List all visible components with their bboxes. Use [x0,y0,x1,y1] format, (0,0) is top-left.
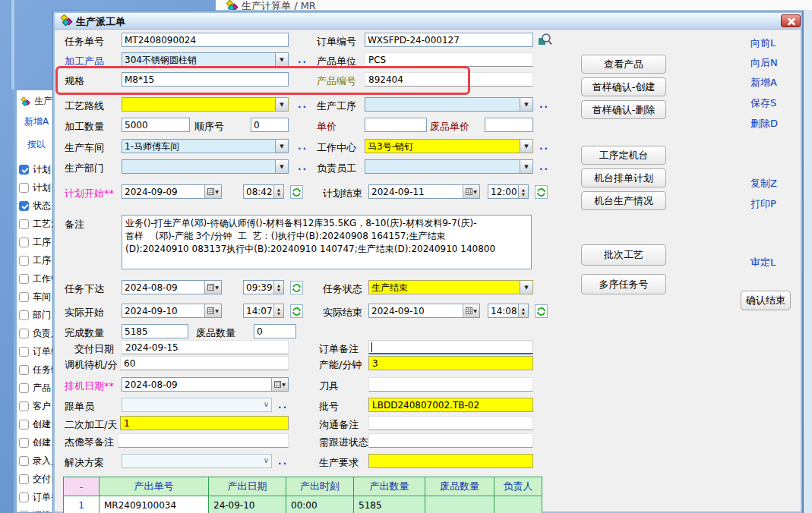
panel-filter-link[interactable]: 按以 [27,138,46,151]
refresh-icon[interactable] [290,281,303,294]
table-cell[interactable] [494,496,542,513]
dept-select[interactable]: ▼ [122,159,289,174]
batch-no-field[interactable]: LBDD240807002.TB-02 [368,398,533,412]
product-code-field[interactable]: 892404 [365,72,533,87]
filter-item[interactable]: 计划日 [19,181,53,194]
filter-item[interactable]: 部门 [19,309,51,322]
actual-end-date[interactable]: 2024-09-10▼ [368,304,480,318]
filter-item[interactable]: 工序日 [19,254,53,267]
filter-item[interactable]: 交付日 [19,473,53,486]
filter-item[interactable]: 创建日 [19,436,53,449]
checkbox-icon[interactable] [19,274,29,284]
task-no-input[interactable]: MT2408090024 [122,33,289,47]
plan-start-time[interactable]: 08:42▲▼ [243,184,284,199]
panel-new-link[interactable]: 新增A [24,115,49,128]
setup-min-field[interactable]: 60 [120,356,289,370]
filter-item[interactable]: 客户 [19,400,51,413]
filter-item[interactable]: 录入员 [19,455,53,467]
refresh-icon[interactable] [535,304,548,318]
dept-browse-link[interactable]: .. [298,162,308,172]
filter-item[interactable]: 任务编 [19,364,53,376]
table-cell[interactable]: MR2409100034 [100,496,208,513]
new-link[interactable]: 新增A [750,76,777,90]
done-qty-input[interactable]: 5185 [122,324,188,338]
calendar-icon[interactable]: ▼ [204,304,221,317]
calendar-icon[interactable]: ▼ [463,185,479,198]
process-select[interactable]: ▼ [365,97,533,112]
person-remark-field[interactable] [118,433,289,448]
scrap-price-input[interactable] [485,118,533,132]
capacity-field[interactable]: 3 [368,356,533,370]
tool-field[interactable] [368,377,533,392]
checkbox-icon[interactable] [19,256,29,266]
filter-item[interactable]: 状态 [19,200,51,212]
qty-input[interactable]: 5000 [122,118,190,132]
employee-select[interactable]: ▼ [365,159,533,174]
column-header[interactable]: 产出时刻 [286,477,353,496]
machine-schedule-button[interactable]: 机台排单计划 [581,168,666,187]
column-header[interactable]: 产出数量 [354,477,425,496]
table-cell[interactable] [425,496,494,513]
dropdown-arrow-icon[interactable]: ▼ [520,160,532,173]
plan-start-date[interactable]: 2024-09-09▼ [122,184,222,199]
spinner-icon[interactable]: ▲▼ [273,281,283,294]
calendar-icon[interactable]: ▼ [204,281,221,294]
spinner-icon[interactable]: ▲▼ [273,185,283,198]
search-icon[interactable] [538,32,553,49]
chevron-down-icon[interactable]: ∨ [264,456,269,464]
employee-browse-link[interactable]: .. [539,162,549,172]
schedule-date-input[interactable]: 2024-08-09▼ [122,377,289,392]
remark-textarea[interactable]: 业务()-打生产单(邓)-待确认师傅()-材料备料12库35.5KG，8-10(… [122,215,532,269]
plan-end-date[interactable]: 2024-09-11▼ [368,184,480,199]
chevron-down-icon[interactable]: ∨ [264,400,269,408]
checkbox-icon[interactable] [19,401,29,411]
spec-input[interactable]: M8*15 [122,72,289,87]
close-button[interactable] [781,14,801,27]
plan-end-time[interactable]: 12:00▲▼ [488,184,529,199]
copy-link[interactable]: 复制Z [750,177,777,190]
print-link[interactable]: 打印P [750,197,776,211]
solution-browse-link[interactable]: .. [278,456,288,467]
first-sample-delete-button[interactable]: 首样确认-删除 [581,100,666,119]
price-input[interactable] [365,118,427,132]
actual-start-time[interactable]: 14:07▲▼ [243,304,284,318]
filter-item[interactable]: 产品 [19,382,51,395]
solution-select[interactable]: ∨ [122,454,272,468]
checkbox-icon[interactable] [19,201,29,211]
filter-item[interactable]: 订单编 [19,345,53,358]
dropdown-arrow-icon[interactable]: ▼ [520,140,532,153]
checkbox-icon[interactable] [19,420,29,430]
confirm-finish-button[interactable]: 确认结束 [741,291,791,310]
work-center-browse-link[interactable]: .. [539,141,549,152]
dispatch-time[interactable]: 09:39▲▼ [243,280,284,294]
checkbox-icon[interactable] [19,183,29,193]
checkbox-icon[interactable] [19,383,29,393]
checkbox-icon[interactable] [19,329,29,338]
delivery-field[interactable]: 2024-09-15 [122,340,289,354]
filter-item[interactable]: 计划日 [19,163,53,176]
process-browse-link[interactable]: .. [539,99,549,110]
checkbox-icon[interactable] [19,310,29,320]
view-product-button[interactable]: 查看产品 [581,55,666,74]
calendar-icon[interactable]: ▼ [271,378,288,391]
product-select[interactable]: 304不锈钢圆柱销▼ [122,52,289,67]
checkbox-icon[interactable] [19,493,29,502]
status-select[interactable]: 生产结束▼ [368,280,533,294]
approve-link[interactable]: 审定L [750,256,776,269]
checkbox-icon[interactable] [19,165,29,175]
table-cell[interactable]: 5185 [354,496,425,513]
route-browse-link[interactable]: .. [298,99,308,110]
next-link[interactable]: 向后N [750,56,778,70]
dropdown-arrow-icon[interactable]: ▼ [275,160,288,173]
filter-item[interactable]: 工艺流 [19,218,53,231]
product-browse-link[interactable]: .. [298,55,308,65]
work-center-select[interactable]: 马3号-销钉▼ [365,139,533,153]
follower-select[interactable]: ∨ [122,398,272,412]
column-header[interactable]: 废品数量 [425,477,494,496]
checkbox-icon[interactable] [19,474,29,484]
order-no-input[interactable]: WXSFPD-24-000127 [365,33,533,47]
refresh-icon[interactable] [535,185,548,199]
checkbox-icon[interactable] [19,456,29,466]
checkbox-icon[interactable] [19,238,29,247]
comm-remark-field[interactable] [368,416,533,430]
